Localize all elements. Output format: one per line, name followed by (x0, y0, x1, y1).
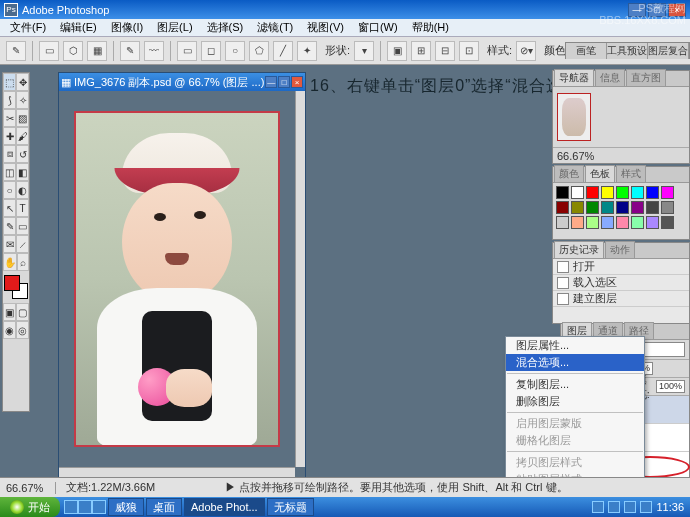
path-op-icon[interactable]: ▣ (387, 41, 407, 61)
status-docsize[interactable]: 文档:1.22M/3.66M (66, 480, 155, 495)
tab-tool-presets[interactable]: 工具预设 (607, 43, 648, 59)
color-wells[interactable] (4, 275, 28, 299)
history-item[interactable]: 建立图层 (553, 291, 689, 307)
menu-view[interactable]: 视图(V) (301, 19, 350, 36)
menu-layer[interactable]: 图层(L) (151, 19, 198, 36)
round-rect-icon[interactable]: ◻ (201, 41, 221, 61)
swatch[interactable] (661, 201, 674, 214)
ellipse-icon[interactable]: ○ (225, 41, 245, 61)
swatch[interactable] (586, 186, 599, 199)
path-select-tool[interactable]: ↖ (3, 199, 16, 217)
menu-window[interactable]: 窗口(W) (352, 19, 404, 36)
slice-tool[interactable]: ▨ (16, 109, 29, 127)
path-int-icon[interactable]: ⊡ (459, 41, 479, 61)
menu-help[interactable]: 帮助(H) (406, 19, 455, 36)
rect-shape-icon[interactable]: ▭ (177, 41, 197, 61)
style-picker[interactable]: ⊘▾ (516, 41, 536, 61)
context-menu-item[interactable]: 删除图层 (506, 393, 644, 410)
polygon-icon[interactable]: ⬠ (249, 41, 269, 61)
context-menu-item[interactable]: 复制图层... (506, 376, 644, 393)
screen-mode-full[interactable]: ▢ (16, 303, 29, 321)
swatch[interactable] (616, 186, 629, 199)
doc-min-button[interactable]: — (265, 76, 277, 88)
taskbar-item[interactable]: Adobe Phot... (184, 498, 265, 516)
custom-shape-icon[interactable]: ✦ (297, 41, 317, 61)
fg-color[interactable] (4, 275, 20, 291)
quicklaunch-icon-3[interactable] (92, 500, 106, 514)
swatch[interactable] (556, 201, 569, 214)
notes-tool[interactable]: ✉ (3, 235, 16, 253)
taskbar-item[interactable]: 桌面 (146, 498, 182, 516)
quicklaunch-icon-2[interactable] (78, 500, 92, 514)
quick-mask-icon[interactable]: ◉ (3, 321, 16, 339)
tab-history[interactable]: 历史记录 (554, 241, 604, 258)
swatch[interactable] (661, 186, 674, 199)
start-button[interactable]: 开始 (0, 497, 60, 517)
stamp-tool[interactable]: ⧈ (3, 145, 16, 163)
eraser-tool[interactable]: ◫ (3, 163, 16, 181)
quicklaunch-icon[interactable] (64, 500, 78, 514)
taskbar-item[interactable]: 无标题 (267, 498, 314, 516)
history-brush-tool[interactable]: ↺ (16, 145, 29, 163)
move-tool[interactable]: ✥ (16, 73, 29, 91)
blur-tool[interactable]: ○ (3, 181, 16, 199)
navigator-thumbnail[interactable] (557, 93, 591, 141)
swatch[interactable] (571, 186, 584, 199)
swatch[interactable] (556, 186, 569, 199)
swatch[interactable] (646, 186, 659, 199)
doc-scrollbar-vertical[interactable] (295, 91, 305, 467)
document-canvas[interactable] (59, 91, 295, 467)
menu-file[interactable]: 文件(F) (4, 19, 52, 36)
zoom-tool[interactable]: ⌕ (17, 253, 29, 271)
tab-navigator[interactable]: 导航器 (554, 69, 594, 86)
swatch[interactable] (601, 201, 614, 214)
tab-layer-comps[interactable]: 图层复合 (648, 43, 689, 59)
history-item[interactable]: 载入选区 (553, 275, 689, 291)
tab-info[interactable]: 信息 (595, 69, 625, 86)
status-zoom[interactable]: 66.67% (6, 482, 56, 494)
taskbar-item[interactable]: 威狼 (108, 498, 144, 516)
swatch[interactable] (616, 216, 629, 229)
tray-icon[interactable] (640, 501, 652, 513)
path-add-icon[interactable]: ⊞ (411, 41, 431, 61)
shape-tool[interactable]: ▭ (16, 217, 29, 235)
doc-scrollbar-horizontal[interactable] (59, 467, 295, 477)
doc-max-button[interactable]: □ (278, 76, 290, 88)
hand-tool[interactable]: ✋ (3, 253, 17, 271)
swatch[interactable] (646, 216, 659, 229)
screen-mode-std[interactable]: ▣ (3, 303, 16, 321)
fill-pixels-icon[interactable]: ▦ (87, 41, 107, 61)
pen-tool-preset-icon[interactable]: ✎ (6, 41, 26, 61)
eyedropper-tool[interactable]: ⟋ (16, 235, 29, 253)
swatch[interactable] (571, 216, 584, 229)
pen-icon[interactable]: ✎ (120, 41, 140, 61)
gradient-tool[interactable]: ◧ (16, 163, 29, 181)
swatch[interactable] (586, 201, 599, 214)
menu-filter[interactable]: 滤镜(T) (251, 19, 299, 36)
shape-layers-icon[interactable]: ▭ (39, 41, 59, 61)
tray-icon[interactable] (624, 501, 636, 513)
tab-brush[interactable]: 画笔 (566, 43, 607, 59)
swatch[interactable] (631, 216, 644, 229)
tab-color[interactable]: 颜色 (554, 165, 584, 182)
context-menu-item[interactable]: 混合选项... (506, 354, 644, 371)
swatch[interactable] (601, 186, 614, 199)
context-menu-item[interactable]: 图层属性... (506, 337, 644, 354)
type-tool[interactable]: T (16, 199, 29, 217)
menu-image[interactable]: 图像(I) (105, 19, 149, 36)
menu-edit[interactable]: 编辑(E) (54, 19, 103, 36)
navigator-zoom[interactable]: 66.67% (557, 150, 594, 162)
document-titlebar[interactable]: ▦ IMG_3676 副本.psd @ 66.7% (图层 ...) — □ × (59, 73, 305, 91)
marquee-tool[interactable]: ⬚ (3, 73, 16, 91)
clock[interactable]: 11:36 (656, 501, 684, 513)
tab-styles[interactable]: 样式 (616, 165, 646, 182)
heal-tool[interactable]: ✚ (3, 127, 16, 145)
swatch[interactable] (586, 216, 599, 229)
swatch[interactable] (631, 186, 644, 199)
doc-close-button[interactable]: × (291, 76, 303, 88)
crop-tool[interactable]: ✂ (3, 109, 16, 127)
history-item[interactable]: 打开 (553, 259, 689, 275)
wand-tool[interactable]: ✧ (16, 91, 29, 109)
pen-tool[interactable]: ✎ (3, 217, 16, 235)
swatch[interactable] (646, 201, 659, 214)
